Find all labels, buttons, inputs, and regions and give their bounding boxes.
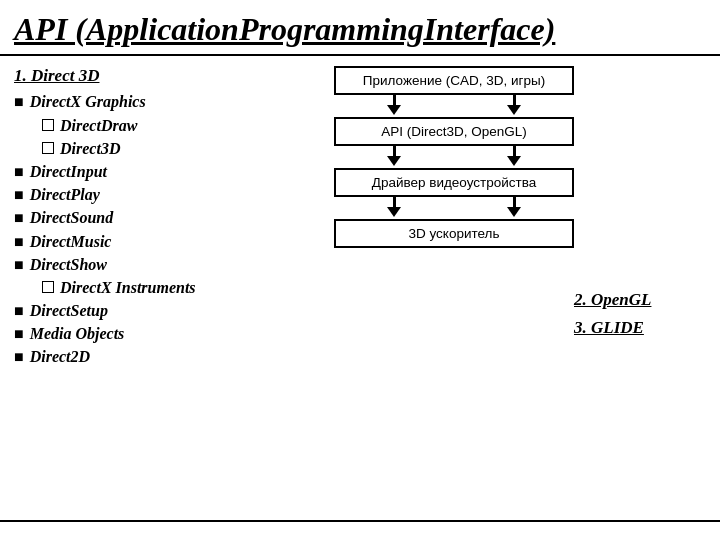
list-item: ■ DirectMusic bbox=[14, 230, 324, 253]
right-column: Приложение (CAD, 3D, игры) API (Direct3D… bbox=[334, 66, 706, 368]
section1-heading: 1. Direct 3D bbox=[14, 66, 324, 86]
item-label: DirectShow bbox=[30, 253, 107, 276]
arrows-2 bbox=[334, 146, 574, 168]
sub-bullet-icon bbox=[42, 142, 54, 154]
sub-list-item: Direct3D bbox=[42, 137, 324, 160]
list-item: ■ DirectX Graphics bbox=[14, 90, 324, 113]
diagram-box-4: 3D ускоритель bbox=[334, 219, 574, 248]
sub-list-item: DirectDraw bbox=[42, 114, 324, 137]
page-title: API (ApplicationProgrammingInterface) bbox=[0, 0, 720, 56]
sub-list-item: DirectX Instruments bbox=[42, 276, 324, 299]
main-list: ■ DirectX Graphics DirectDraw Direct3D ■… bbox=[14, 90, 324, 368]
section2: 2. OpenGL 3. GLIDE bbox=[574, 286, 651, 340]
arrows-3 bbox=[334, 197, 574, 219]
diagram-box-3: Драйвер видеоустройства bbox=[334, 168, 574, 197]
bullet-icon: ■ bbox=[14, 253, 24, 276]
bottom-divider bbox=[0, 520, 720, 522]
list-item: ■ Direct2D bbox=[14, 345, 324, 368]
item-label: Media Objects bbox=[30, 322, 125, 345]
bullet-icon: ■ bbox=[14, 230, 24, 253]
opengl-item-2: 3. GLIDE bbox=[574, 314, 651, 341]
bullet-icon: ■ bbox=[14, 206, 24, 229]
item-label: Direct2D bbox=[30, 345, 90, 368]
arrows-1 bbox=[334, 95, 574, 117]
item-label: DirectSetup bbox=[30, 299, 108, 322]
bullet-icon: ■ bbox=[14, 160, 24, 183]
bullet-icon: ■ bbox=[14, 322, 24, 345]
sub-item-label: DirectDraw bbox=[60, 114, 137, 137]
sub-bullet-icon bbox=[42, 281, 54, 293]
diagram-box-2: API (Direct3D, OpenGL) bbox=[334, 117, 574, 146]
sub-item-label: Direct3D bbox=[60, 137, 120, 160]
list-item: ■ DirectSetup bbox=[14, 299, 324, 322]
bullet-icon: ■ bbox=[14, 345, 24, 368]
bullet-icon: ■ bbox=[14, 299, 24, 322]
diagram-box-1: Приложение (CAD, 3D, игры) bbox=[334, 66, 574, 95]
list-item: ■ DirectSound bbox=[14, 206, 324, 229]
item-label: DirectMusic bbox=[30, 230, 112, 253]
item-label: DirectX Graphics bbox=[30, 90, 146, 113]
left-column: 1. Direct 3D ■ DirectX Graphics DirectDr… bbox=[14, 66, 324, 368]
diagram: Приложение (CAD, 3D, игры) API (Direct3D… bbox=[334, 66, 614, 248]
list-item: ■ DirectInput bbox=[14, 160, 324, 183]
item-label: DirectInput bbox=[30, 160, 107, 183]
list-item: ■ Media Objects bbox=[14, 322, 324, 345]
sub-list-show: DirectX Instruments bbox=[42, 276, 324, 299]
list-item: ■ DirectPlay bbox=[14, 183, 324, 206]
item-label: DirectSound bbox=[30, 206, 114, 229]
list-item: ■ DirectShow bbox=[14, 253, 324, 276]
sub-bullet-icon bbox=[42, 119, 54, 131]
opengl-item-1: 2. OpenGL bbox=[574, 286, 651, 313]
item-label: DirectPlay bbox=[30, 183, 100, 206]
bullet-icon: ■ bbox=[14, 183, 24, 206]
bullet-icon: ■ bbox=[14, 90, 24, 113]
sub-item-label: DirectX Instruments bbox=[60, 276, 196, 299]
sub-list-graphics: DirectDraw Direct3D bbox=[42, 114, 324, 160]
